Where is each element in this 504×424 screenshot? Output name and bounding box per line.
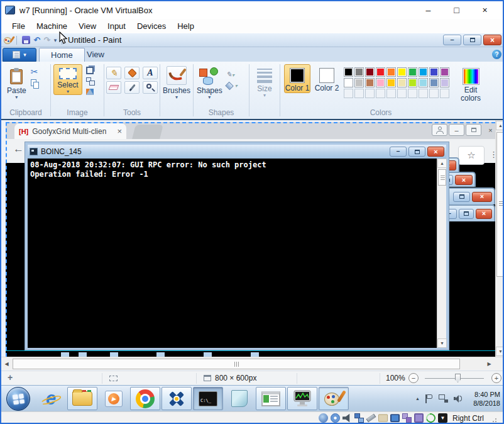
- taskbar-notepad[interactable]: [224, 387, 255, 410]
- scrollbar-thumb[interactable]: [13, 359, 460, 369]
- browser-restore-button[interactable]: [466, 124, 481, 136]
- tab-close-icon[interactable]: ×: [117, 126, 122, 136]
- color1-button[interactable]: Color 1: [284, 64, 310, 93]
- paint-restore-button[interactable]: [463, 35, 481, 45]
- palette-swatch-empty[interactable]: [376, 89, 385, 98]
- recording-icon[interactable]: [402, 413, 412, 423]
- taskbar-media-player[interactable]: ▶: [99, 387, 129, 410]
- bookmark-star-box[interactable]: ☆: [458, 146, 485, 165]
- restore-button[interactable]: [459, 209, 474, 219]
- shape-outline-button[interactable]: ✎▾: [226, 68, 238, 79]
- scroll-left-icon[interactable]: ◀: [1, 359, 12, 369]
- vbox-maximize-button[interactable]: □: [442, 2, 471, 18]
- palette-swatch-empty[interactable]: [419, 89, 428, 98]
- zoom-out-button[interactable]: −: [408, 373, 419, 383]
- palette-swatch[interactable]: [354, 78, 364, 87]
- console-titlebar[interactable]: BOINC_145 – ×: [28, 145, 446, 159]
- browser-minimize-button[interactable]: –: [449, 124, 464, 136]
- brushes-button[interactable]: Brushes ▾: [160, 62, 193, 99]
- taskbar-internet-explorer[interactable]: e: [36, 387, 66, 410]
- vbox-minimize-button[interactable]: –: [414, 2, 442, 18]
- paint-close-button[interactable]: ×: [483, 35, 501, 45]
- palette-swatch[interactable]: [344, 78, 353, 87]
- scroll-down-icon[interactable]: ▼: [437, 338, 447, 348]
- taskbar-boinc-manager[interactable]: [256, 387, 286, 410]
- crop-button[interactable]: [86, 67, 94, 74]
- eraser-tool-button[interactable]: [106, 81, 121, 94]
- browser-close-button[interactable]: ×: [483, 124, 495, 136]
- console-scrollbar[interactable]: ▲ ▼: [437, 159, 446, 348]
- qat-dropdown-button[interactable]: ▾: [52, 34, 58, 47]
- taskbar-clock[interactable]: 8:40 PM 8/8/2018: [469, 390, 500, 408]
- scroll-down-icon[interactable]: ▼: [496, 347, 504, 356]
- resize-grip[interactable]: [490, 415, 496, 422]
- size-button[interactable]: Size ▾: [249, 62, 280, 98]
- console-minimize-button[interactable]: –: [390, 147, 407, 157]
- keyboard-icon[interactable]: ▼: [438, 413, 447, 423]
- zoom-slider-thumb[interactable]: [455, 374, 461, 382]
- palette-swatch[interactable]: [365, 78, 375, 87]
- display-icon[interactable]: [390, 414, 400, 422]
- fill-tool-button[interactable]: [124, 67, 140, 79]
- rotate-button[interactable]: [86, 89, 94, 95]
- background-console-window[interactable]: ×: [442, 187, 495, 204]
- palette-swatch[interactable]: [376, 67, 385, 77]
- optical-drives-icon[interactable]: [331, 413, 340, 423]
- menu-view[interactable]: View: [73, 20, 102, 33]
- palette-swatch[interactable]: [386, 67, 396, 77]
- menu-file[interactable]: File: [6, 20, 31, 33]
- taskbar-paint[interactable]: [319, 387, 349, 410]
- palette-swatch[interactable]: [365, 67, 375, 77]
- network-tray-icon[interactable]: [439, 394, 448, 403]
- zoom-slider-track[interactable]: [425, 378, 484, 379]
- vbox-close-button[interactable]: ×: [471, 2, 499, 18]
- palette-swatch[interactable]: [344, 67, 353, 77]
- palette-swatch[interactable]: [419, 67, 428, 77]
- browser-menu-icon[interactable]: ⋮: [490, 150, 495, 159]
- magnifier-tool-button[interactable]: [143, 81, 158, 94]
- palette-swatch[interactable]: [354, 67, 364, 77]
- audio-icon[interactable]: [342, 413, 352, 423]
- edit-colors-button[interactable]: Edit colors: [454, 64, 487, 103]
- show-hidden-icons-button[interactable]: ▲: [415, 396, 420, 401]
- menu-machine[interactable]: Machine: [31, 20, 73, 33]
- paste-button[interactable]: Paste ▾: [6, 64, 27, 99]
- close-button[interactable]: ×: [476, 209, 492, 219]
- taskbar-boinc[interactable]: [162, 387, 192, 410]
- redo-button[interactable]: ↷: [42, 34, 52, 47]
- scroll-right-icon[interactable]: ▶: [484, 359, 495, 369]
- palette-swatch[interactable]: [408, 78, 417, 87]
- palette-swatch-empty[interactable]: [386, 89, 396, 98]
- menu-help[interactable]: Help: [172, 20, 200, 33]
- browser-tab-partial[interactable]: [132, 125, 163, 139]
- undo-button[interactable]: ↶: [32, 34, 42, 47]
- color-picker-tool-button[interactable]: [124, 81, 140, 94]
- volume-tray-icon[interactable]: [454, 394, 463, 403]
- scroll-up-icon[interactable]: ▲: [437, 159, 447, 168]
- shapes-button[interactable]: Shapes ▾: [196, 64, 223, 99]
- browser-back-icon[interactable]: ←: [13, 143, 24, 155]
- palette-swatch-empty[interactable]: [365, 89, 375, 98]
- shared-folders-icon[interactable]: [378, 415, 388, 422]
- palette-swatch[interactable]: [386, 78, 396, 87]
- zoom-in-button[interactable]: +: [491, 373, 501, 383]
- paint-file-menu-button[interactable]: ▾: [3, 48, 36, 62]
- save-button[interactable]: [22, 36, 30, 44]
- palette-swatch-empty[interactable]: [354, 89, 364, 98]
- palette-swatch-empty[interactable]: [440, 89, 449, 98]
- action-center-flag-icon[interactable]: [425, 394, 433, 403]
- shape-fill-button[interactable]: ▾: [226, 83, 238, 89]
- start-button[interactable]: [6, 387, 30, 411]
- menu-devices[interactable]: Devices: [131, 20, 172, 33]
- scroll-up-icon[interactable]: ▲: [496, 121, 504, 130]
- pasted-screenshot[interactable]: [H] GoofyxGrid Multi-client s × – × ← ☆ …: [6, 122, 495, 357]
- palette-swatch[interactable]: [408, 67, 417, 77]
- palette-swatch-empty[interactable]: [397, 89, 407, 98]
- browser-tab[interactable]: [H] GoofyxGrid Multi-client s ×: [14, 123, 126, 139]
- console-restore-button[interactable]: [408, 147, 425, 157]
- color2-button[interactable]: Color 2: [314, 64, 340, 93]
- hard-disks-icon[interactable]: [319, 413, 328, 423]
- copy-button[interactable]: [31, 79, 40, 89]
- palette-swatch[interactable]: [440, 78, 449, 87]
- pencil-tool-button[interactable]: ✎: [106, 67, 121, 79]
